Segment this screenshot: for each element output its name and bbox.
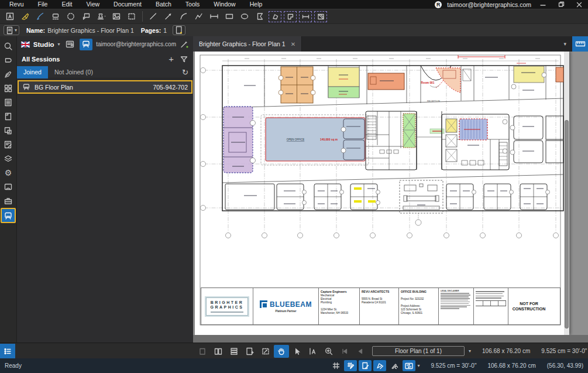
- snap-hints-icon[interactable]: [388, 360, 401, 371]
- status-dimensions-text: 106.68 x 76.20 cm: [487, 362, 535, 369]
- doc-name-label: Name:: [26, 27, 45, 34]
- callout-tool-icon[interactable]: [78, 10, 94, 23]
- bluebeam-mark-icon: [260, 300, 267, 308]
- pen-tool-icon[interactable]: [33, 10, 48, 23]
- menu-tools[interactable]: Tools: [178, 0, 207, 9]
- select-tool-icon[interactable]: [290, 345, 305, 358]
- studio-sessions-icon[interactable]: [80, 39, 92, 50]
- vertical-scrollbar-thumb[interactable]: [565, 120, 569, 328]
- session-list-item[interactable]: BG Floor Plan 705-942-702: [18, 80, 192, 94]
- layers-icon[interactable]: [1, 152, 16, 166]
- length-measure-tool-icon[interactable]: [207, 10, 222, 23]
- bluebeam-partner-label: Platinum Partner: [275, 310, 296, 313]
- tab-joined[interactable]: Joined: [17, 66, 48, 78]
- session-name: BG Floor Plan: [35, 84, 73, 91]
- page-select-dropdown[interactable]: Floor Plan (1 of 1): [372, 346, 465, 356]
- markups-list-toggle-button[interactable]: [0, 344, 15, 358]
- text-box-tool-icon[interactable]: [2, 10, 18, 23]
- single-page-view-icon[interactable]: [195, 345, 210, 358]
- menu-file[interactable]: File: [31, 0, 55, 9]
- eraser-tool-icon[interactable]: [48, 10, 63, 23]
- studio-dropdown-chevron-icon[interactable]: ▾: [58, 42, 60, 47]
- arrow-tool-icon[interactable]: [161, 10, 176, 23]
- perimeter-measure-tool-icon[interactable]: [299, 11, 312, 22]
- vertical-scrollbar[interactable]: [564, 52, 569, 335]
- polyline-tool-icon[interactable]: [191, 10, 207, 23]
- page-dimensions-text: 106.68 x 76.20 cm: [482, 348, 530, 354]
- insert-page-button[interactable]: [173, 25, 185, 35]
- arc-tool-icon[interactable]: [176, 10, 191, 23]
- add-session-button[interactable]: +: [169, 56, 174, 62]
- line-tool-icon[interactable]: [146, 10, 161, 23]
- revu-window: Revu File Edit View Document Batch Tools…: [0, 0, 588, 373]
- document-tab[interactable]: Brighter Graphics - Floor Plan 1 ✕: [193, 36, 302, 52]
- snap-to-markup-icon[interactable]: [373, 360, 386, 371]
- snap-to-content-icon[interactable]: [359, 360, 372, 371]
- stacked-view-icon[interactable]: [226, 345, 242, 358]
- first-page-icon[interactable]: [337, 345, 352, 358]
- project-info: OFFICE BUILDING Project No: 323232 Proje…: [399, 288, 439, 324]
- search-icon[interactable]: [1, 39, 16, 53]
- file-access-icon[interactable]: [1, 109, 16, 124]
- zoom-tool-icon[interactable]: [321, 345, 336, 358]
- brighter-tagline-rule: [211, 312, 244, 313]
- stamp-tool-icon[interactable]: [94, 10, 109, 23]
- ellipse-tool-icon[interactable]: [237, 10, 252, 23]
- menu-revu[interactable]: Revu: [2, 0, 31, 9]
- room-001-label: Room 001: [421, 81, 435, 84]
- tab-not-joined[interactable]: Not Joined (0): [48, 66, 99, 78]
- page-select-chevron-icon[interactable]: ▾: [469, 348, 471, 354]
- refresh-icon[interactable]: ↻: [182, 68, 188, 77]
- side-by-side-view-icon[interactable]: [211, 345, 226, 358]
- tab-close-icon[interactable]: ✕: [291, 41, 295, 47]
- menu-window[interactable]: Window: [207, 0, 242, 9]
- 3d-model-icon[interactable]: [1, 180, 16, 194]
- previous-page-icon[interactable]: [353, 345, 368, 358]
- snap-to-grid-icon[interactable]: [344, 360, 357, 371]
- menu-help[interactable]: Help: [243, 0, 270, 9]
- snapshot-tool-icon[interactable]: [124, 10, 139, 23]
- studio-panel-icon[interactable]: [1, 208, 16, 223]
- fit-page-icon[interactable]: [258, 345, 273, 358]
- cloud-tool-icon[interactable]: [63, 10, 78, 23]
- bookmarks-icon[interactable]: [1, 95, 16, 109]
- rectangle-tool-icon[interactable]: [222, 10, 237, 23]
- image-tool-icon[interactable]: [109, 10, 124, 23]
- tool-chest-icon[interactable]: [1, 194, 16, 208]
- menu-batch[interactable]: Batch: [149, 0, 178, 9]
- menu-edit[interactable]: Edit: [54, 0, 79, 9]
- filter-icon[interactable]: [180, 55, 188, 63]
- highlighter-tool-icon[interactable]: [18, 10, 33, 23]
- document-viewport[interactable]: OPEN OFFICE 140,000 sq m Room 001 RECEPT…: [193, 52, 588, 343]
- page-setup-dropdown[interactable]: ▾: [4, 25, 19, 35]
- horizontal-scrollbar[interactable]: [193, 335, 588, 343]
- studio-projects-icon[interactable]: [64, 39, 77, 50]
- grid-toggle-icon[interactable]: [329, 360, 342, 371]
- properties-icon[interactable]: [1, 53, 16, 67]
- restore-button[interactable]: [555, 0, 568, 9]
- studio-title: Studio: [33, 41, 54, 48]
- measurements-panel-button[interactable]: [572, 36, 588, 52]
- menu-view[interactable]: View: [80, 0, 107, 9]
- markups-list-icon[interactable]: [1, 138, 16, 152]
- sync-options-chevron-icon[interactable]: ▾: [417, 363, 419, 368]
- menu-document[interactable]: Document: [106, 0, 149, 9]
- pan-tool-icon[interactable]: [274, 345, 289, 358]
- thumbnails-icon[interactable]: [1, 81, 16, 95]
- open-office-label: OPEN OFFICE: [287, 138, 305, 141]
- spaces-icon[interactable]: [1, 124, 16, 138]
- sync-views-icon[interactable]: [403, 360, 415, 371]
- minimize-button[interactable]: [537, 0, 549, 9]
- cutout-measure-tool-icon[interactable]: [284, 11, 297, 22]
- close-button[interactable]: [573, 0, 586, 9]
- polygon-tool-icon[interactable]: [252, 10, 267, 23]
- bottom-toolbar: Floor Plan (1 of 1) ▾ 106.68 x 76.20 cm …: [0, 343, 588, 358]
- settings-gear-icon[interactable]: ⚙: [1, 166, 16, 180]
- studio-connect-icon[interactable]: [180, 40, 189, 49]
- markup-pen-icon[interactable]: [1, 67, 16, 81]
- volume-measure-tool-icon[interactable]: [314, 11, 327, 22]
- area-measure-tool-icon[interactable]: [269, 11, 281, 22]
- select-text-tool-icon[interactable]: [305, 345, 321, 358]
- split-document-icon[interactable]: [242, 345, 257, 358]
- tab-list-chevron-icon[interactable]: ▾: [563, 41, 572, 47]
